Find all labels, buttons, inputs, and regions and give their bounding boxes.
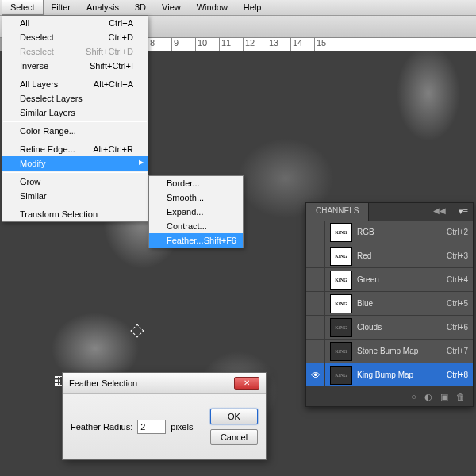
submenu-item-feather-[interactable]: Feather...Shift+F6 (149, 233, 243, 248)
channel-thumbnail: KiNG (330, 247, 352, 266)
feather-radius-label: Feather Radius: (71, 422, 132, 432)
visibility-toggle[interactable] (306, 316, 325, 339)
panel-collapse-icon[interactable]: ◀◀ (428, 203, 451, 221)
channel-stone-bump-map[interactable]: KiNGStone Bump MapCtrl+7 (306, 340, 473, 363)
channel-shortcut: Ctrl+6 (447, 323, 468, 332)
menu-item-similar-layers[interactable]: Similar Layers (2, 106, 148, 120)
visibility-toggle[interactable] (306, 244, 325, 267)
menu-filter[interactable]: Filter (44, 0, 79, 15)
dialog-title: Feather Selection (69, 378, 137, 388)
channel-thumbnail: KiNG (330, 223, 352, 242)
channel-name: RGB (357, 228, 447, 236)
channel-shortcut: Ctrl+5 (447, 299, 468, 308)
select-menu-dropdown[interactable]: AllCtrl+ADeselectCtrl+DReselectShift+Ctr… (2, 15, 148, 222)
close-icon[interactable]: ✕ (234, 377, 259, 390)
eye-icon: 👁 (311, 370, 321, 381)
channel-name: Stone Bump Map (357, 347, 447, 355)
channel-clouds[interactable]: KiNGCloudsCtrl+6 (306, 316, 473, 340)
menu-item-grow[interactable]: Grow (2, 175, 148, 189)
channel-shortcut: Ctrl+8 (447, 370, 468, 379)
channel-thumbnail: KiNG (330, 294, 352, 313)
menu-item-modify[interactable]: Modify (2, 156, 148, 171)
ruler-mark: 11 (219, 38, 243, 51)
visibility-toggle[interactable] (306, 340, 325, 363)
menu-item-deselect-layers[interactable]: Deselect Layers (2, 91, 148, 106)
channel-shortcut: Ctrl+7 (447, 347, 468, 355)
mask-icon[interactable]: ◐ (424, 392, 432, 402)
menu-analysis[interactable]: Analysis (79, 0, 127, 15)
feather-radius-input[interactable] (137, 420, 166, 434)
menu-item-reselect: ReselectShift+Ctrl+D (2, 44, 148, 59)
menu-select[interactable]: Select (2, 0, 44, 15)
sel-to-chan-icon[interactable]: ○ (411, 392, 416, 401)
channel-blue[interactable]: KiNGBlueCtrl+5 (306, 292, 473, 316)
menu-item-similar[interactable]: Similar (2, 189, 148, 203)
menu-window[interactable]: Window (189, 0, 236, 15)
channel-shortcut: Ctrl+3 (447, 251, 468, 260)
menu-item-deselect[interactable]: DeselectCtrl+D (2, 30, 148, 44)
visibility-toggle[interactable]: 👁 (306, 363, 325, 386)
channel-thumbnail: KiNG (330, 318, 352, 337)
menu-item-inverse[interactable]: InverseShift+Ctrl+I (2, 59, 148, 73)
channel-thumbnail: KiNG (330, 342, 352, 361)
channel-name: Clouds (357, 323, 447, 332)
submenu-item-contract-[interactable]: Contract... (149, 219, 243, 233)
panel-menu-icon[interactable]: ▾≡ (454, 203, 473, 221)
menu-help[interactable]: Help (236, 0, 270, 15)
menu-item-all[interactable]: AllCtrl+A (2, 16, 148, 30)
menu-view[interactable]: View (154, 0, 189, 15)
channel-red[interactable]: KiNGRedCtrl+3 (306, 244, 473, 268)
channel-name: Green (357, 275, 447, 284)
feather-selection-dialog: Feather Selection ✕ Feather Radius: pixe… (62, 372, 267, 460)
channel-king-bump-map[interactable]: 👁KiNGKing Bump MapCtrl+8 (306, 363, 473, 387)
ruler-mark: 13 (267, 38, 290, 51)
channels-panel[interactable]: CHANNELS ◀◀ ▾≡ KiNGRGBCtrl+2KiNGRedCtrl+… (305, 202, 474, 407)
ruler-mark: 15 (314, 38, 338, 51)
channel-thumbnail: KiNG (330, 366, 352, 385)
feather-unit-label: pixels (171, 422, 193, 432)
menu-item-transform-selection[interactable]: Transform Selection (2, 207, 148, 221)
channel-thumbnail: KiNG (330, 271, 352, 290)
channel-name: King Bump Map (357, 370, 447, 379)
visibility-toggle[interactable] (306, 221, 325, 244)
submenu-item-smooth-[interactable]: Smooth... (149, 190, 243, 205)
menu-item-all-layers[interactable]: All LayersAlt+Ctrl+A (2, 77, 148, 91)
menu-item-refine-edge-[interactable]: Refine Edge...Alt+Ctrl+R (2, 142, 148, 156)
channels-tab[interactable]: CHANNELS (306, 203, 369, 221)
channel-green[interactable]: KiNGGreenCtrl+4 (306, 268, 473, 292)
modify-submenu[interactable]: Border...Smooth...Expand...Contract...Fe… (148, 175, 244, 248)
ruler-mark: 12 (243, 38, 267, 51)
visibility-toggle[interactable] (306, 268, 325, 291)
channel-shortcut: Ctrl+4 (447, 275, 468, 284)
channel-rgb[interactable]: KiNGRGBCtrl+2 (306, 221, 473, 244)
ruler-mark: 9 (171, 38, 195, 51)
trash-icon[interactable]: 🗑 (456, 392, 465, 401)
channel-name: Red (357, 251, 447, 260)
channel-shortcut: Ctrl+2 (447, 228, 468, 236)
menu-3d[interactable]: 3D (127, 0, 154, 15)
submenu-item-border-[interactable]: Border... (149, 176, 243, 190)
ruler-mark: 14 (290, 38, 314, 51)
ruler-mark: 10 (195, 38, 219, 51)
new-icon[interactable]: ▣ (440, 392, 448, 402)
ruler-mark: 8 (148, 38, 171, 51)
ok-button[interactable]: OK (210, 409, 258, 424)
menu-item-color-range-[interactable]: Color Range... (2, 124, 148, 138)
submenu-item-expand-[interactable]: Expand... (149, 205, 243, 219)
cancel-button[interactable]: Cancel (210, 429, 258, 445)
visibility-toggle[interactable] (306, 292, 325, 315)
channel-name: Blue (357, 299, 447, 308)
